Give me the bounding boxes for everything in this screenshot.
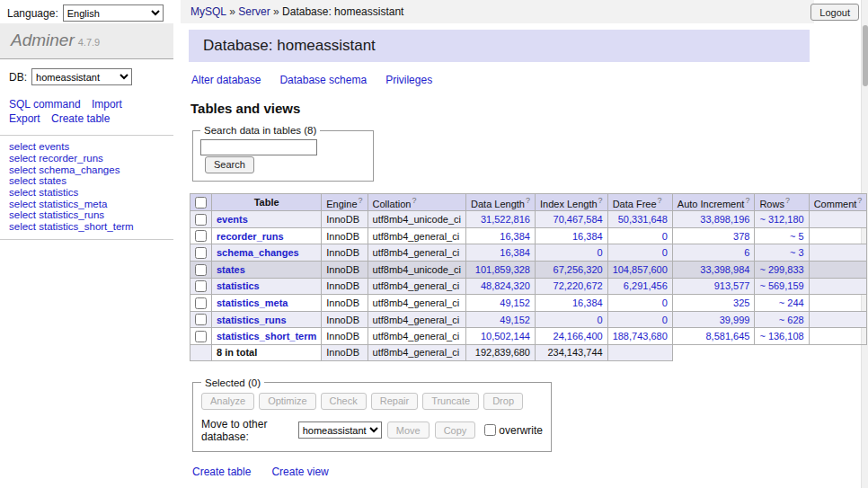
- table-name-link-statistics[interactable]: statistics: [217, 280, 260, 291]
- auto-increment-link[interactable]: 33,898,196: [700, 214, 749, 225]
- select-link-events[interactable]: select: [9, 141, 36, 152]
- data-free-link[interactable]: 0: [662, 315, 668, 325]
- select-link-statistics-runs[interactable]: select: [9, 209, 36, 220]
- help-link[interactable]: ?: [785, 196, 790, 205]
- table-link-statistics-short-term[interactable]: statistics_short_term: [39, 221, 133, 232]
- rows-link[interactable]: ~ 299,833: [759, 264, 803, 275]
- auto-increment-link[interactable]: 6: [744, 247, 749, 258]
- privileges-link[interactable]: Privileges: [385, 74, 432, 86]
- index-length-link[interactable]: 70,467,584: [554, 214, 603, 225]
- table-link-statistics[interactable]: statistics: [39, 187, 78, 198]
- rows-link[interactable]: ~ 244: [779, 297, 804, 308]
- export-link[interactable]: Export: [9, 112, 40, 125]
- table-link-statistics-meta[interactable]: statistics_meta: [39, 199, 107, 209]
- table-link-recorder-runs[interactable]: recorder_runs: [39, 153, 103, 164]
- table-link-events[interactable]: events: [39, 141, 69, 152]
- data-length-link[interactable]: 48,824,320: [481, 280, 530, 291]
- data-free-link[interactable]: 104,857,600: [613, 264, 668, 275]
- row-checkbox-statistics-short-term[interactable]: [195, 331, 207, 342]
- import-link[interactable]: Import: [92, 98, 122, 111]
- table-name-link-statistics-runs[interactable]: statistics_runs: [217, 315, 287, 325]
- logout-button[interactable]: Logout: [810, 4, 859, 21]
- help-link[interactable]: ?: [598, 196, 603, 205]
- select-link-states[interactable]: select: [9, 175, 36, 186]
- create-table-link[interactable]: Create table: [51, 112, 110, 125]
- data-length-link[interactable]: 16,384: [500, 231, 530, 242]
- breadcrumb-link-server[interactable]: Server: [238, 5, 270, 18]
- rows-link[interactable]: ~ 136,108: [759, 331, 803, 342]
- select-link-statistics[interactable]: select: [9, 187, 36, 198]
- table-name-link-schema-changes[interactable]: schema_changes: [217, 247, 299, 258]
- select-link-schema-changes[interactable]: select: [9, 164, 36, 175]
- data-free-link[interactable]: 6,291,456: [624, 280, 668, 291]
- table-name-link-recorder-runs[interactable]: recorder_runs: [217, 231, 284, 242]
- auto-increment-link[interactable]: 8,581,645: [705, 331, 749, 342]
- analyze-button[interactable]: Analyze: [201, 393, 254, 410]
- table-link-schema-changes[interactable]: schema_changes: [39, 164, 120, 175]
- drop-button[interactable]: Drop: [483, 393, 523, 410]
- auto-increment-link[interactable]: 378: [733, 231, 749, 242]
- help-link[interactable]: ?: [412, 196, 416, 205]
- row-checkbox-statistics-runs[interactable]: [195, 314, 207, 325]
- rows-link[interactable]: ~ 569,159: [759, 280, 803, 291]
- index-length-link[interactable]: 16,384: [572, 231, 603, 242]
- row-checkbox-events[interactable]: [195, 214, 207, 226]
- row-checkbox-statistics-meta[interactable]: [195, 297, 207, 309]
- index-length-link[interactable]: 72,220,672: [554, 280, 603, 291]
- help-link[interactable]: ?: [857, 196, 862, 205]
- rows-link[interactable]: ~ 628: [779, 315, 804, 325]
- table-link-states[interactable]: states: [39, 175, 66, 186]
- create-view-link[interactable]: Create view: [271, 466, 328, 478]
- data-free-link[interactable]: 0: [662, 231, 668, 242]
- select-link-recorder-runs[interactable]: select: [9, 153, 36, 164]
- help-link[interactable]: ?: [359, 196, 363, 205]
- index-length-link[interactable]: 67,256,320: [554, 264, 603, 275]
- data-length-link[interactable]: 31,522,816: [481, 214, 530, 225]
- check-button[interactable]: Check: [321, 393, 367, 410]
- copy-button[interactable]: Copy: [435, 421, 476, 439]
- breadcrumb-link-mysql[interactable]: MySQL: [190, 5, 226, 18]
- row-checkbox-recorder-runs[interactable]: [195, 230, 207, 242]
- row-checkbox-states[interactable]: [195, 264, 207, 276]
- table-name-link-states[interactable]: states: [217, 264, 245, 275]
- data-length-link[interactable]: 49,152: [500, 315, 530, 325]
- search-input[interactable]: [200, 139, 317, 155]
- database-schema-link[interactable]: Database schema: [279, 74, 367, 86]
- index-length-link[interactable]: 0: [598, 247, 603, 258]
- row-checkbox-statistics[interactable]: [195, 280, 207, 292]
- move-db-select[interactable]: homeassistant: [298, 421, 382, 439]
- alter-database-link[interactable]: Alter database: [191, 74, 261, 86]
- data-free-link[interactable]: 188,743,680: [613, 331, 668, 342]
- data-length-link[interactable]: 10,502,144: [481, 331, 530, 342]
- db-select[interactable]: homeassistant: [31, 68, 132, 85]
- data-length-link[interactable]: 101,859,328: [475, 264, 530, 275]
- select-link-statistics-short-term[interactable]: select: [9, 221, 36, 232]
- auto-increment-link[interactable]: 913,577: [714, 280, 750, 291]
- overwrite-checkbox[interactable]: [484, 424, 496, 436]
- create-table-link[interactable]: Create table: [192, 466, 251, 478]
- table-name-link-events[interactable]: events: [217, 214, 248, 225]
- rows-link[interactable]: ~ 5: [790, 231, 804, 242]
- select-link-statistics-meta[interactable]: select: [9, 199, 36, 209]
- table-link-statistics-runs[interactable]: statistics_runs: [39, 209, 104, 220]
- data-free-link[interactable]: 50,331,648: [618, 214, 668, 225]
- search-button[interactable]: Search: [205, 156, 254, 173]
- repair-button[interactable]: Repair: [371, 393, 418, 410]
- truncate-button[interactable]: Truncate: [422, 393, 479, 410]
- data-free-link[interactable]: 0: [662, 247, 668, 258]
- move-button[interactable]: Move: [387, 421, 430, 439]
- table-name-link-statistics-meta[interactable]: statistics_meta: [217, 297, 288, 308]
- index-length-link[interactable]: 0: [598, 315, 603, 325]
- data-length-link[interactable]: 49,152: [500, 297, 530, 308]
- select-all-checkbox[interactable]: [195, 197, 207, 209]
- language-select[interactable]: English: [63, 4, 164, 22]
- sql-command-link[interactable]: SQL command: [9, 98, 81, 111]
- optimize-button[interactable]: Optimize: [259, 393, 315, 410]
- auto-increment-link[interactable]: 39,999: [720, 315, 750, 325]
- rows-link[interactable]: ~ 3: [790, 247, 804, 258]
- auto-increment-link[interactable]: 33,398,984: [700, 264, 749, 275]
- help-link[interactable]: ?: [745, 196, 749, 205]
- index-length-link[interactable]: 24,166,400: [554, 331, 603, 342]
- data-free-link[interactable]: 0: [662, 297, 668, 308]
- help-link[interactable]: ?: [658, 196, 662, 205]
